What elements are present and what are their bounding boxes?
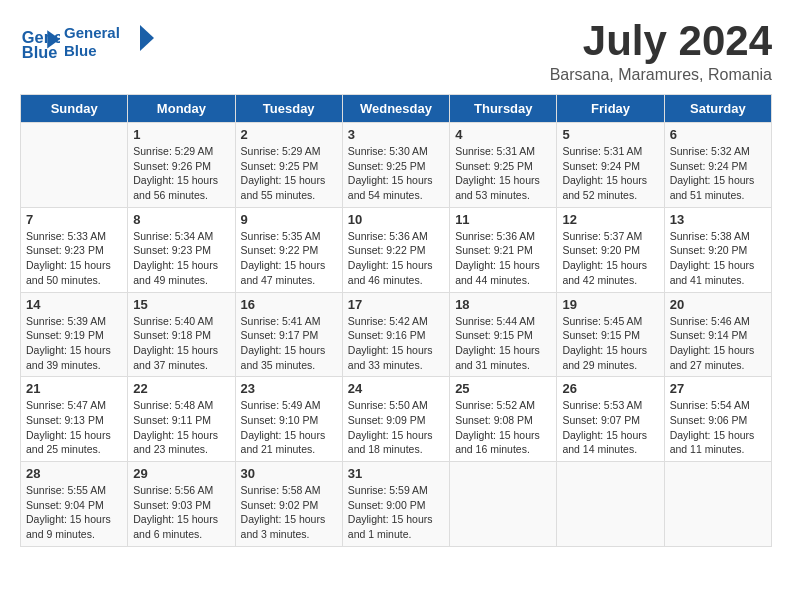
calendar-week-row: 28Sunrise: 5:55 AM Sunset: 9:04 PM Dayli… — [21, 462, 772, 547]
calendar-cell — [21, 123, 128, 208]
day-header-saturday: Saturday — [664, 95, 771, 123]
calendar-body: 1Sunrise: 5:29 AM Sunset: 9:26 PM Daylig… — [21, 123, 772, 547]
calendar-cell: 26Sunrise: 5:53 AM Sunset: 9:07 PM Dayli… — [557, 377, 664, 462]
day-number: 26 — [562, 381, 658, 396]
day-number: 16 — [241, 297, 337, 312]
logo-svg: General Blue — [64, 20, 154, 65]
logo: General Blue General Blue — [20, 20, 154, 65]
day-content: Sunrise: 5:56 AM Sunset: 9:03 PM Dayligh… — [133, 483, 229, 542]
day-number: 22 — [133, 381, 229, 396]
calendar-cell: 30Sunrise: 5:58 AM Sunset: 9:02 PM Dayli… — [235, 462, 342, 547]
day-number: 11 — [455, 212, 551, 227]
day-number: 3 — [348, 127, 444, 142]
day-header-tuesday: Tuesday — [235, 95, 342, 123]
day-number: 8 — [133, 212, 229, 227]
calendar-cell: 13Sunrise: 5:38 AM Sunset: 9:20 PM Dayli… — [664, 207, 771, 292]
day-content: Sunrise: 5:40 AM Sunset: 9:18 PM Dayligh… — [133, 314, 229, 373]
day-number: 13 — [670, 212, 766, 227]
calendar-cell: 21Sunrise: 5:47 AM Sunset: 9:13 PM Dayli… — [21, 377, 128, 462]
day-content: Sunrise: 5:49 AM Sunset: 9:10 PM Dayligh… — [241, 398, 337, 457]
day-content: Sunrise: 5:30 AM Sunset: 9:25 PM Dayligh… — [348, 144, 444, 203]
day-content: Sunrise: 5:52 AM Sunset: 9:08 PM Dayligh… — [455, 398, 551, 457]
day-content: Sunrise: 5:48 AM Sunset: 9:11 PM Dayligh… — [133, 398, 229, 457]
calendar-cell: 7Sunrise: 5:33 AM Sunset: 9:23 PM Daylig… — [21, 207, 128, 292]
title-area: July 2024 Barsana, Maramures, Romania — [550, 20, 772, 84]
day-content: Sunrise: 5:47 AM Sunset: 9:13 PM Dayligh… — [26, 398, 122, 457]
day-content: Sunrise: 5:33 AM Sunset: 9:23 PM Dayligh… — [26, 229, 122, 288]
day-content: Sunrise: 5:36 AM Sunset: 9:21 PM Dayligh… — [455, 229, 551, 288]
calendar-cell: 4Sunrise: 5:31 AM Sunset: 9:25 PM Daylig… — [450, 123, 557, 208]
day-number: 2 — [241, 127, 337, 142]
calendar-cell: 16Sunrise: 5:41 AM Sunset: 9:17 PM Dayli… — [235, 292, 342, 377]
calendar-cell: 12Sunrise: 5:37 AM Sunset: 9:20 PM Dayli… — [557, 207, 664, 292]
day-number: 20 — [670, 297, 766, 312]
day-number: 12 — [562, 212, 658, 227]
day-content: Sunrise: 5:39 AM Sunset: 9:19 PM Dayligh… — [26, 314, 122, 373]
day-header-wednesday: Wednesday — [342, 95, 449, 123]
day-number: 1 — [133, 127, 229, 142]
calendar-cell: 15Sunrise: 5:40 AM Sunset: 9:18 PM Dayli… — [128, 292, 235, 377]
day-content: Sunrise: 5:38 AM Sunset: 9:20 PM Dayligh… — [670, 229, 766, 288]
day-content: Sunrise: 5:31 AM Sunset: 9:24 PM Dayligh… — [562, 144, 658, 203]
calendar-cell: 3Sunrise: 5:30 AM Sunset: 9:25 PM Daylig… — [342, 123, 449, 208]
calendar-table: SundayMondayTuesdayWednesdayThursdayFrid… — [20, 94, 772, 547]
svg-marker-5 — [140, 25, 154, 51]
calendar-cell: 1Sunrise: 5:29 AM Sunset: 9:26 PM Daylig… — [128, 123, 235, 208]
day-content: Sunrise: 5:44 AM Sunset: 9:15 PM Dayligh… — [455, 314, 551, 373]
day-content: Sunrise: 5:53 AM Sunset: 9:07 PM Dayligh… — [562, 398, 658, 457]
calendar-cell: 22Sunrise: 5:48 AM Sunset: 9:11 PM Dayli… — [128, 377, 235, 462]
day-content: Sunrise: 5:58 AM Sunset: 9:02 PM Dayligh… — [241, 483, 337, 542]
day-number: 30 — [241, 466, 337, 481]
day-content: Sunrise: 5:32 AM Sunset: 9:24 PM Dayligh… — [670, 144, 766, 203]
day-number: 7 — [26, 212, 122, 227]
location-title: Barsana, Maramures, Romania — [550, 66, 772, 84]
day-content: Sunrise: 5:31 AM Sunset: 9:25 PM Dayligh… — [455, 144, 551, 203]
day-header-sunday: Sunday — [21, 95, 128, 123]
calendar-cell: 29Sunrise: 5:56 AM Sunset: 9:03 PM Dayli… — [128, 462, 235, 547]
calendar-cell: 8Sunrise: 5:34 AM Sunset: 9:23 PM Daylig… — [128, 207, 235, 292]
calendar-cell: 6Sunrise: 5:32 AM Sunset: 9:24 PM Daylig… — [664, 123, 771, 208]
day-number: 19 — [562, 297, 658, 312]
day-number: 4 — [455, 127, 551, 142]
day-content: Sunrise: 5:42 AM Sunset: 9:16 PM Dayligh… — [348, 314, 444, 373]
day-content: Sunrise: 5:46 AM Sunset: 9:14 PM Dayligh… — [670, 314, 766, 373]
day-number: 28 — [26, 466, 122, 481]
day-content: Sunrise: 5:41 AM Sunset: 9:17 PM Dayligh… — [241, 314, 337, 373]
calendar-week-row: 14Sunrise: 5:39 AM Sunset: 9:19 PM Dayli… — [21, 292, 772, 377]
month-title: July 2024 — [550, 20, 772, 62]
svg-text:General: General — [64, 24, 120, 41]
calendar-cell: 14Sunrise: 5:39 AM Sunset: 9:19 PM Dayli… — [21, 292, 128, 377]
svg-text:Blue: Blue — [64, 42, 97, 59]
day-content: Sunrise: 5:37 AM Sunset: 9:20 PM Dayligh… — [562, 229, 658, 288]
day-header-friday: Friday — [557, 95, 664, 123]
day-content: Sunrise: 5:45 AM Sunset: 9:15 PM Dayligh… — [562, 314, 658, 373]
day-content: Sunrise: 5:59 AM Sunset: 9:00 PM Dayligh… — [348, 483, 444, 542]
calendar-cell — [557, 462, 664, 547]
day-content: Sunrise: 5:29 AM Sunset: 9:26 PM Dayligh… — [133, 144, 229, 203]
calendar-week-row: 1Sunrise: 5:29 AM Sunset: 9:26 PM Daylig… — [21, 123, 772, 208]
calendar-cell: 20Sunrise: 5:46 AM Sunset: 9:14 PM Dayli… — [664, 292, 771, 377]
day-number: 25 — [455, 381, 551, 396]
day-header-thursday: Thursday — [450, 95, 557, 123]
day-number: 21 — [26, 381, 122, 396]
day-number: 14 — [26, 297, 122, 312]
calendar-cell: 19Sunrise: 5:45 AM Sunset: 9:15 PM Dayli… — [557, 292, 664, 377]
calendar-cell: 11Sunrise: 5:36 AM Sunset: 9:21 PM Dayli… — [450, 207, 557, 292]
day-number: 24 — [348, 381, 444, 396]
day-content: Sunrise: 5:35 AM Sunset: 9:22 PM Dayligh… — [241, 229, 337, 288]
day-number: 23 — [241, 381, 337, 396]
calendar-header-row: SundayMondayTuesdayWednesdayThursdayFrid… — [21, 95, 772, 123]
calendar-cell: 5Sunrise: 5:31 AM Sunset: 9:24 PM Daylig… — [557, 123, 664, 208]
calendar-week-row: 21Sunrise: 5:47 AM Sunset: 9:13 PM Dayli… — [21, 377, 772, 462]
calendar-cell: 17Sunrise: 5:42 AM Sunset: 9:16 PM Dayli… — [342, 292, 449, 377]
calendar-cell: 10Sunrise: 5:36 AM Sunset: 9:22 PM Dayli… — [342, 207, 449, 292]
day-content: Sunrise: 5:50 AM Sunset: 9:09 PM Dayligh… — [348, 398, 444, 457]
page-header: General Blue General Blue July 2024 Bars… — [20, 20, 772, 84]
day-header-monday: Monday — [128, 95, 235, 123]
calendar-cell: 28Sunrise: 5:55 AM Sunset: 9:04 PM Dayli… — [21, 462, 128, 547]
calendar-cell: 9Sunrise: 5:35 AM Sunset: 9:22 PM Daylig… — [235, 207, 342, 292]
day-content: Sunrise: 5:29 AM Sunset: 9:25 PM Dayligh… — [241, 144, 337, 203]
day-number: 17 — [348, 297, 444, 312]
calendar-cell — [450, 462, 557, 547]
day-content: Sunrise: 5:54 AM Sunset: 9:06 PM Dayligh… — [670, 398, 766, 457]
